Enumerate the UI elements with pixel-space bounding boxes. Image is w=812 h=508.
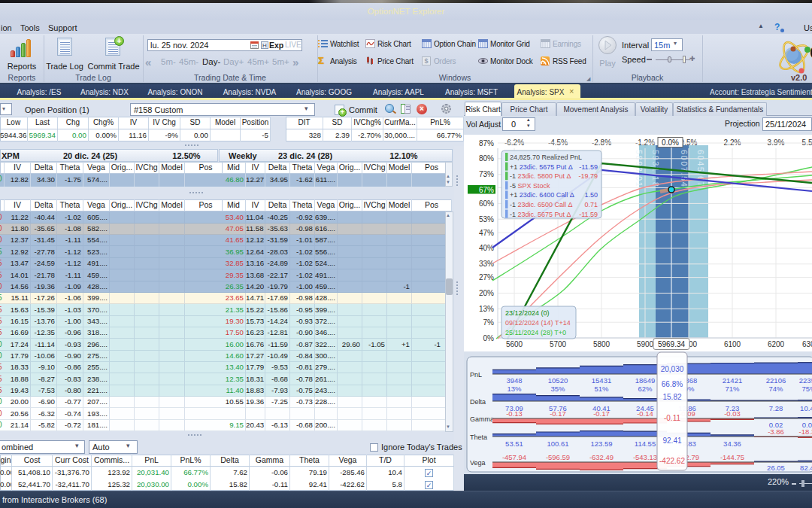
svg-text:18649: 18649	[635, 376, 655, 385]
svg-text:10520: 10520	[548, 376, 568, 385]
svg-text:20%: 20%	[479, 289, 494, 297]
svg-text:-19.79: -19.79	[578, 172, 598, 180]
svg-text:-0.14: -0.14	[637, 409, 653, 418]
svg-text:6007.54: 6007.54	[680, 150, 689, 187]
svg-text:5600: 5600	[506, 340, 523, 348]
svg-text:114.55: 114.55	[635, 440, 656, 448]
svg-text:Gamma: Gamma	[470, 415, 494, 423]
svg-text:7%: 7%	[483, 318, 495, 327]
svg-text:10.43: 10.43	[800, 404, 812, 412]
svg-text:92.41: 92.41	[662, 437, 681, 445]
svg-text:-632.49: -632.49	[589, 453, 614, 461]
svg-text:5700: 5700	[550, 340, 567, 348]
svg-text:6100: 6100	[724, 340, 741, 348]
svg-text:53%: 53%	[479, 215, 494, 224]
svg-text:22350: 22350	[799, 376, 812, 385]
svg-text:-1 23dic. 5800 Put Δ: -1 23dic. 5800 Put Δ	[510, 172, 571, 180]
svg-text:40%: 40%	[479, 244, 494, 252]
svg-text:7.28: 7.28	[769, 404, 783, 412]
svg-text:23/12/2024 (0): 23/12/2024 (0)	[505, 309, 550, 317]
svg-text:62%: 62%	[638, 385, 653, 393]
svg-text:+1 23dic. 5675 Put Δ: +1 23dic. 5675 Put Δ	[510, 163, 573, 171]
svg-text:1.50: 1.50	[584, 191, 598, 199]
svg-text:-0.17: -0.17	[550, 409, 566, 418]
svg-text:-0.13: -0.13	[506, 409, 523, 418]
svg-text:3948: 3948	[506, 376, 522, 385]
svg-text:22106: 22106	[766, 376, 786, 385]
svg-text:82.45: 82.45	[800, 464, 812, 472]
svg-text:-422.62: -422.62	[659, 457, 685, 465]
svg-text:6045.67: 6045.67	[696, 150, 705, 187]
svg-text:-0.17: -0.17	[593, 409, 610, 418]
svg-text:35%: 35%	[550, 385, 565, 393]
svg-text:123.59: 123.59	[590, 440, 612, 448]
svg-text:-543.13: -543.13	[633, 453, 657, 461]
svg-text:-11.59: -11.59	[579, 163, 598, 171]
svg-text:74%: 74%	[768, 385, 783, 393]
svg-text:51%: 51%	[594, 385, 609, 393]
svg-text:20,030: 20,030	[661, 365, 684, 373]
svg-text:71%: 71%	[725, 385, 740, 393]
svg-text:100.61: 100.61	[547, 440, 568, 448]
svg-text:80%: 80%	[479, 154, 494, 163]
svg-text:26.05: 26.05	[767, 464, 785, 472]
svg-text:-144.75: -144.75	[720, 453, 744, 461]
svg-text:+1 23dic. 6400 Call Δ: +1 23dic. 6400 Call Δ	[510, 191, 574, 199]
svg-text:-5 SPX Stock: -5 SPX Stock	[510, 182, 550, 190]
svg-text:0.0%: 0.0%	[662, 138, 679, 147]
svg-text:Theta: Theta	[470, 433, 487, 441]
svg-text:Delta: Delta	[470, 398, 486, 406]
svg-text:Vega: Vega	[470, 459, 486, 467]
svg-text:15.82: 15.82	[662, 393, 681, 401]
svg-text:PnL: PnL	[470, 371, 482, 379]
svg-text:09/12/2024 (14) T+14: 09/12/2024 (14) T+14	[505, 319, 571, 327]
svg-text:13%: 13%	[479, 305, 494, 313]
svg-text:-1 23dic. 5675 Put Δ: -1 23dic. 5675 Put Δ	[510, 211, 571, 218]
svg-text:-3.86: -3.86	[768, 427, 784, 436]
svg-text:5969.34: 5969.34	[658, 340, 686, 348]
svg-text:66.8%: 66.8%	[662, 380, 683, 388]
svg-text:34.36: 34.36	[723, 440, 741, 448]
svg-text:87%: 87%	[479, 139, 494, 148]
svg-text:15431: 15431	[592, 376, 611, 385]
svg-text:33%: 33%	[479, 260, 494, 268]
svg-text:21421: 21421	[723, 376, 742, 385]
svg-text:-11.59: -11.59	[579, 211, 598, 218]
svg-text:13%: 13%	[507, 385, 522, 393]
svg-text:-1 23dic. 6500 Call Δ: -1 23dic. 6500 Call Δ	[510, 201, 573, 208]
svg-text:5893.01: 5893.01	[635, 150, 644, 187]
svg-text:6300: 6300	[802, 340, 812, 348]
svg-text:47%: 47%	[479, 229, 494, 237]
svg-text:24,825.70 Realized PnL: 24,825.70 Realized PnL	[510, 154, 582, 161]
svg-text:6200: 6200	[768, 340, 785, 348]
svg-text:27%: 27%	[479, 273, 494, 281]
svg-text:0%: 0%	[483, 334, 495, 342]
svg-text:-596.59: -596.59	[546, 453, 570, 461]
svg-text:73%: 73%	[479, 170, 494, 178]
svg-text:-0.11: -0.11	[664, 414, 680, 422]
svg-text:75%: 75%	[801, 385, 812, 393]
svg-text:0.71: 0.71	[584, 201, 598, 208]
svg-text:-457.94: -457.94	[502, 453, 526, 461]
svg-text:53.51: 53.51	[505, 440, 523, 448]
svg-text:25/11/2024 (28) T+0: 25/11/2024 (28) T+0	[505, 329, 566, 336]
svg-text:-0.03: -0.03	[724, 409, 741, 418]
svg-text:60%: 60%	[479, 199, 494, 208]
svg-text:-18.35: -18.35	[799, 427, 812, 436]
svg-text:5800: 5800	[593, 340, 611, 348]
svg-text:67%: 67%	[479, 186, 494, 194]
svg-text:5900: 5900	[637, 340, 654, 348]
